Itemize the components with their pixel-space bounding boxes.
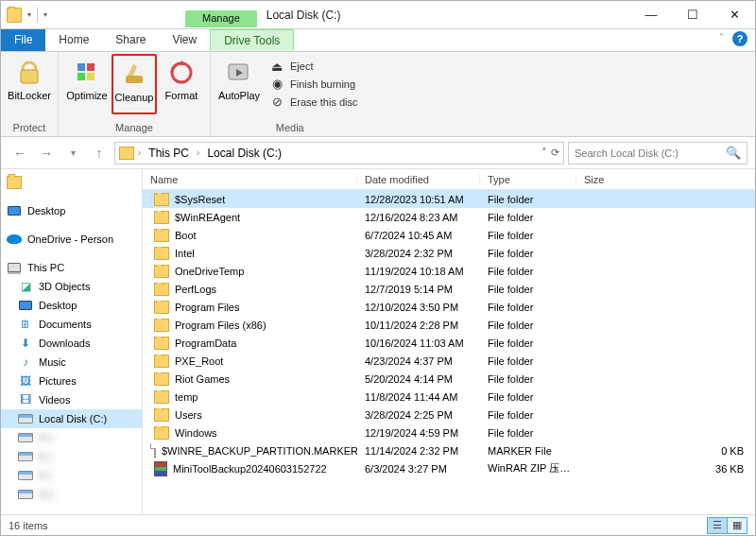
tab-share[interactable]: Share <box>102 29 159 51</box>
optimize-label: Optimize <box>66 90 107 101</box>
file-row[interactable]: Program Files12/10/2024 3:50 PMFile fold… <box>143 298 755 316</box>
file-name: Boot <box>175 230 197 241</box>
history-dropdown-icon[interactable]: ▾ <box>61 142 84 164</box>
refresh-icon[interactable]: ⟳ <box>551 147 559 159</box>
maximize-button[interactable]: ☐ <box>672 2 713 28</box>
file-date: 12/7/2019 5:14 PM <box>357 284 480 295</box>
folder-icon[interactable] <box>7 8 22 23</box>
file-row[interactable]: PerfLogs12/7/2019 5:14 PMFile folder <box>143 280 755 298</box>
qat-chevron-icon[interactable]: ▾ <box>43 10 47 19</box>
file-row[interactable]: $WINRE_BACKUP_PARTITION.MARKER11/14/2024… <box>143 441 755 459</box>
finish-burning-button[interactable]: ◉ Finish burning <box>266 76 362 93</box>
nav-music[interactable]: ♪Music <box>1 353 142 372</box>
address-dropdown-icon[interactable]: ˅ <box>541 147 547 159</box>
finish-burning-label: Finish burning <box>290 78 355 90</box>
file-list[interactable]: $SysReset12/28/2023 10:51 AMFile folder$… <box>143 190 755 514</box>
details-view-button[interactable]: ☰ <box>707 517 728 534</box>
chevron-right-icon[interactable]: › <box>197 147 199 158</box>
file-row[interactable]: OneDriveTemp11/19/2024 10:18 AMFile fold… <box>143 262 755 280</box>
navbar: ← → ▾ ↑ › This PC › Local Disk (C:) ˅ ⟳ … <box>1 137 755 169</box>
autoplay-button[interactable]: AutoPlay <box>216 54 262 114</box>
nav-drive-e[interactable]: E:) <box>1 447 142 466</box>
minimize-button[interactable]: — <box>630 2 672 28</box>
nav-desktop[interactable]: Desktop <box>1 201 142 220</box>
help-icon[interactable]: ? <box>732 31 747 46</box>
nav-downloads[interactable]: ⬇Downloads <box>1 334 142 353</box>
file-type: File folder <box>480 266 576 277</box>
col-date[interactable]: Date modified <box>357 174 480 185</box>
nav-quick-access[interactable] <box>1 173 142 192</box>
eject-button[interactable]: ⏏ Eject <box>266 58 362 75</box>
file-row[interactable]: Program Files (x86)10/11/2024 2:28 PMFil… <box>143 316 755 334</box>
close-button[interactable]: ✕ <box>713 2 755 28</box>
nav-videos[interactable]: 🎞Videos <box>1 390 142 409</box>
svg-rect-1 <box>21 70 38 83</box>
file-row[interactable]: Intel3/28/2024 2:32 PMFile folder <box>143 244 755 262</box>
search-icon[interactable]: 🔍 <box>726 146 741 160</box>
file-row[interactable]: temp11/8/2024 11:44 AMFile folder <box>143 388 755 406</box>
nav-drive-f[interactable]: F:) <box>1 466 142 485</box>
up-button[interactable]: ↑ <box>88 142 111 164</box>
breadcrumb-location[interactable]: Local Disk (C:) <box>203 147 285 160</box>
search-box[interactable]: Search Local Disk (C:) 🔍 <box>568 142 747 164</box>
address-bar[interactable]: › This PC › Local Disk (C:) ˅ ⟳ <box>114 142 564 164</box>
file-row[interactable]: Users3/28/2024 2:25 PMFile folder <box>143 406 755 424</box>
file-row[interactable]: ProgramData10/16/2024 11:03 AMFile folde… <box>143 334 755 352</box>
group-label-manage: Manage <box>64 120 204 136</box>
file-name: $WinREAgent <box>175 212 240 223</box>
chevron-right-icon[interactable]: › <box>138 147 141 158</box>
nav-3d-objects[interactable]: ◪3D Objects <box>1 277 142 296</box>
file-row[interactable]: Windows12/19/2024 4:59 PMFile folder <box>143 424 755 441</box>
navigation-pane[interactable]: Desktop OneDrive - Person This PC ◪3D Ob… <box>1 169 143 514</box>
window-title: Local Disk (C:) <box>266 9 341 22</box>
cleanup-label: Cleanup <box>115 92 154 103</box>
nav-desktop-sub[interactable]: Desktop <box>1 296 142 315</box>
file-row[interactable]: $SysReset12/28/2023 10:51 AMFile folder <box>143 190 755 208</box>
cleanup-button[interactable]: Cleanup <box>112 54 157 114</box>
file-type: File folder <box>480 302 576 313</box>
optimize-button[interactable]: Optimize <box>64 54 110 114</box>
icons-view-button[interactable]: ▦ <box>727 517 747 534</box>
tab-view[interactable]: View <box>159 29 210 51</box>
col-name[interactable]: Name <box>143 174 357 185</box>
col-size[interactable]: Size <box>576 174 755 185</box>
nav-documents[interactable]: 🗎Documents <box>1 315 142 334</box>
file-date: 12/10/2024 3:50 PM <box>357 302 480 313</box>
file-date: 5/20/2024 4:14 PM <box>357 373 480 385</box>
ribbon-group-manage: Optimize Cleanup Format Manage <box>59 52 211 136</box>
file-type: File folder <box>480 230 576 241</box>
forward-button[interactable]: → <box>35 142 58 164</box>
file-row[interactable]: $WinREAgent12/16/2024 8:23 AMFile folder <box>143 208 755 226</box>
col-type[interactable]: Type <box>480 174 576 185</box>
nav-local-disk-c[interactable]: Local Disk (C:) <box>1 409 142 428</box>
collapse-ribbon-icon[interactable]: ˇ <box>720 33 723 43</box>
folder-icon <box>154 265 169 278</box>
breadcrumb-this-pc[interactable]: This PC <box>145 147 193 160</box>
folder-icon <box>154 229 169 242</box>
file-row[interactable]: Riot Games5/20/2024 4:14 PMFile folder <box>143 370 755 388</box>
bitlocker-button[interactable]: BitLocker <box>7 54 52 114</box>
nav-drive-g[interactable]: G:) <box>1 485 142 504</box>
tab-file[interactable]: File <box>1 29 45 51</box>
ribbon-tabs: File Home Share View Drive Tools ˇ ? <box>1 29 755 52</box>
file-row[interactable]: PXE_Root4/23/2024 4:37 PMFile folder <box>143 352 755 370</box>
nav-onedrive[interactable]: OneDrive - Person <box>1 230 142 249</box>
format-button[interactable]: Format <box>159 54 204 114</box>
tab-home[interactable]: Home <box>45 29 102 51</box>
tab-drive-tools[interactable]: Drive Tools <box>210 29 294 51</box>
file-name: OneDriveTemp <box>175 266 244 277</box>
erase-disc-button[interactable]: ⊘ Erase this disc <box>266 94 362 111</box>
body: Desktop OneDrive - Person This PC ◪3D Ob… <box>1 169 755 514</box>
file-type: File folder <box>480 355 576 367</box>
explorer-window: ▾ ▾ Manage Local Disk (C:) — ☐ ✕ File Ho… <box>0 0 756 536</box>
nav-pictures[interactable]: 🖼Pictures <box>1 372 142 390</box>
file-date: 12/16/2024 8:23 AM <box>357 212 480 223</box>
nav-drive-d[interactable]: D:) <box>1 428 142 447</box>
nav-this-pc[interactable]: This PC <box>1 258 142 277</box>
back-button[interactable]: ← <box>9 142 31 164</box>
file-row[interactable]: MiniToolBackup202406031527226/3/2024 3:2… <box>143 459 755 477</box>
file-date: 10/11/2024 2:28 PM <box>357 320 480 331</box>
file-row[interactable]: Boot6/7/2024 10:45 AMFile folder <box>143 226 755 244</box>
folder-icon <box>154 390 169 404</box>
qat-dropdown-icon[interactable]: ▾ <box>27 10 31 19</box>
